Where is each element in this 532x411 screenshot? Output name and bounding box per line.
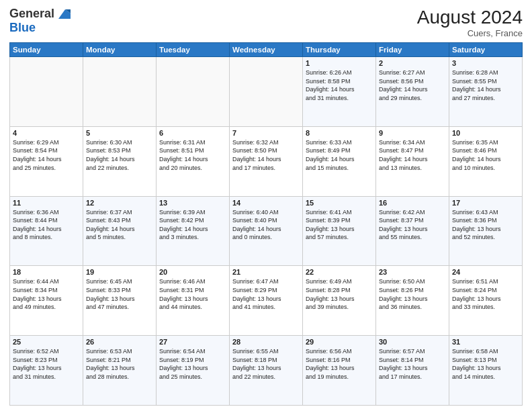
day-number: 7 xyxy=(232,129,300,137)
day-info: Sunrise: 6:57 AM Sunset: 8:14 PM Dayligh… xyxy=(379,347,446,381)
calendar-week-5: 25Sunrise: 6:52 AM Sunset: 8:23 PM Dayli… xyxy=(10,336,523,406)
calendar-cell xyxy=(10,57,83,127)
month-year: August 2024 xyxy=(417,7,523,28)
calendar-cell: 30Sunrise: 6:57 AM Sunset: 8:14 PM Dayli… xyxy=(376,336,449,406)
calendar-cell: 29Sunrise: 6:56 AM Sunset: 8:16 PM Dayli… xyxy=(303,336,376,406)
calendar-header: SundayMondayTuesdayWednesdayThursdayFrid… xyxy=(10,43,523,57)
day-info: Sunrise: 6:44 AM Sunset: 8:34 PM Dayligh… xyxy=(13,277,80,311)
calendar-body: 1Sunrise: 6:26 AM Sunset: 8:58 PM Daylig… xyxy=(10,57,523,406)
calendar-cell xyxy=(157,57,230,127)
page: General Blue August 2024 Cuers, France S… xyxy=(0,0,532,411)
calendar-cell: 9Sunrise: 6:34 AM Sunset: 8:47 PM Daylig… xyxy=(376,126,449,196)
day-info: Sunrise: 6:56 AM Sunset: 8:16 PM Dayligh… xyxy=(306,347,373,381)
day-info: Sunrise: 6:54 AM Sunset: 8:19 PM Dayligh… xyxy=(159,347,226,381)
day-info: Sunrise: 6:49 AM Sunset: 8:28 PM Dayligh… xyxy=(306,277,373,311)
day-info: Sunrise: 6:42 AM Sunset: 8:37 PM Dayligh… xyxy=(379,208,446,242)
calendar-cell: 26Sunrise: 6:53 AM Sunset: 8:21 PM Dayli… xyxy=(83,336,157,406)
day-info: Sunrise: 6:55 AM Sunset: 8:18 PM Dayligh… xyxy=(232,347,300,381)
logo: General Blue xyxy=(9,7,71,35)
calendar-table: SundayMondayTuesdayWednesdayThursdayFrid… xyxy=(9,42,523,406)
calendar-cell: 10Sunrise: 6:35 AM Sunset: 8:46 PM Dayli… xyxy=(449,126,523,196)
logo-general: General xyxy=(9,7,54,21)
day-number: 19 xyxy=(86,268,153,276)
header: General Blue August 2024 Cuers, France xyxy=(9,7,523,38)
day-number: 26 xyxy=(86,338,153,346)
calendar-cell: 3Sunrise: 6:28 AM Sunset: 8:55 PM Daylig… xyxy=(449,57,523,127)
day-number: 11 xyxy=(13,199,80,207)
day-number: 10 xyxy=(452,129,519,137)
day-info: Sunrise: 6:26 AM Sunset: 8:58 PM Dayligh… xyxy=(306,68,373,102)
calendar-week-2: 4Sunrise: 6:29 AM Sunset: 8:54 PM Daylig… xyxy=(10,126,523,196)
day-number: 29 xyxy=(306,338,373,346)
calendar-cell: 5Sunrise: 6:30 AM Sunset: 8:53 PM Daylig… xyxy=(83,126,157,196)
day-info: Sunrise: 6:45 AM Sunset: 8:33 PM Dayligh… xyxy=(86,277,153,311)
calendar-cell: 31Sunrise: 6:58 AM Sunset: 8:13 PM Dayli… xyxy=(449,336,523,406)
weekday-header-monday: Monday xyxy=(83,43,157,57)
day-number: 21 xyxy=(232,268,300,276)
day-number: 5 xyxy=(86,129,153,137)
calendar-cell: 19Sunrise: 6:45 AM Sunset: 8:33 PM Dayli… xyxy=(83,266,157,336)
day-info: Sunrise: 6:47 AM Sunset: 8:29 PM Dayligh… xyxy=(232,277,300,311)
calendar-cell: 23Sunrise: 6:50 AM Sunset: 8:26 PM Dayli… xyxy=(376,266,449,336)
day-number: 30 xyxy=(379,338,446,346)
calendar-cell xyxy=(83,57,157,127)
weekday-header-friday: Friday xyxy=(376,43,449,57)
weekday-header-tuesday: Tuesday xyxy=(157,43,230,57)
calendar-cell: 11Sunrise: 6:36 AM Sunset: 8:44 PM Dayli… xyxy=(10,196,83,266)
weekday-row: SundayMondayTuesdayWednesdayThursdayFrid… xyxy=(10,43,523,57)
weekday-header-saturday: Saturday xyxy=(449,43,523,57)
day-number: 22 xyxy=(306,268,373,276)
calendar-cell: 17Sunrise: 6:43 AM Sunset: 8:36 PM Dayli… xyxy=(449,196,523,266)
day-info: Sunrise: 6:39 AM Sunset: 8:42 PM Dayligh… xyxy=(159,208,226,242)
day-number: 31 xyxy=(452,338,519,346)
calendar-cell: 13Sunrise: 6:39 AM Sunset: 8:42 PM Dayli… xyxy=(157,196,230,266)
day-number: 24 xyxy=(452,268,519,276)
calendar-cell: 15Sunrise: 6:41 AM Sunset: 8:39 PM Dayli… xyxy=(303,196,376,266)
weekday-header-wednesday: Wednesday xyxy=(230,43,303,57)
calendar-cell: 18Sunrise: 6:44 AM Sunset: 8:34 PM Dayli… xyxy=(10,266,83,336)
day-info: Sunrise: 6:28 AM Sunset: 8:55 PM Dayligh… xyxy=(452,68,519,102)
calendar-cell: 25Sunrise: 6:52 AM Sunset: 8:23 PM Dayli… xyxy=(10,336,83,406)
calendar-week-1: 1Sunrise: 6:26 AM Sunset: 8:58 PM Daylig… xyxy=(10,57,523,127)
logo-icon xyxy=(56,7,71,21)
calendar-cell: 16Sunrise: 6:42 AM Sunset: 8:37 PM Dayli… xyxy=(376,196,449,266)
day-number: 15 xyxy=(306,199,373,207)
day-info: Sunrise: 6:34 AM Sunset: 8:47 PM Dayligh… xyxy=(379,138,446,172)
day-number: 4 xyxy=(13,129,80,137)
day-number: 27 xyxy=(159,338,226,346)
calendar-cell: 2Sunrise: 6:27 AM Sunset: 8:56 PM Daylig… xyxy=(376,57,449,127)
day-number: 9 xyxy=(379,129,446,137)
day-info: Sunrise: 6:37 AM Sunset: 8:43 PM Dayligh… xyxy=(86,208,153,242)
calendar-cell: 8Sunrise: 6:33 AM Sunset: 8:49 PM Daylig… xyxy=(303,126,376,196)
day-info: Sunrise: 6:31 AM Sunset: 8:51 PM Dayligh… xyxy=(159,138,226,172)
day-info: Sunrise: 6:29 AM Sunset: 8:54 PM Dayligh… xyxy=(13,138,80,172)
day-info: Sunrise: 6:35 AM Sunset: 8:46 PM Dayligh… xyxy=(452,138,519,172)
day-info: Sunrise: 6:51 AM Sunset: 8:24 PM Dayligh… xyxy=(452,277,519,311)
day-info: Sunrise: 6:27 AM Sunset: 8:56 PM Dayligh… xyxy=(379,68,446,102)
weekday-header-sunday: Sunday xyxy=(10,43,83,57)
day-number: 1 xyxy=(306,59,373,67)
calendar-week-4: 18Sunrise: 6:44 AM Sunset: 8:34 PM Dayli… xyxy=(10,266,523,336)
day-info: Sunrise: 6:30 AM Sunset: 8:53 PM Dayligh… xyxy=(86,138,153,172)
calendar-cell: 22Sunrise: 6:49 AM Sunset: 8:28 PM Dayli… xyxy=(303,266,376,336)
calendar-cell: 7Sunrise: 6:32 AM Sunset: 8:50 PM Daylig… xyxy=(230,126,303,196)
day-number: 18 xyxy=(13,268,80,276)
location: Cuers, France xyxy=(417,28,523,38)
day-number: 20 xyxy=(159,268,226,276)
day-info: Sunrise: 6:36 AM Sunset: 8:44 PM Dayligh… xyxy=(13,208,80,242)
calendar-cell: 1Sunrise: 6:26 AM Sunset: 8:58 PM Daylig… xyxy=(303,57,376,127)
logo-blue: Blue xyxy=(9,21,36,34)
calendar-cell: 20Sunrise: 6:46 AM Sunset: 8:31 PM Dayli… xyxy=(157,266,230,336)
title-block: August 2024 Cuers, France xyxy=(417,7,523,38)
calendar-cell: 14Sunrise: 6:40 AM Sunset: 8:40 PM Dayli… xyxy=(230,196,303,266)
day-info: Sunrise: 6:33 AM Sunset: 8:49 PM Dayligh… xyxy=(306,138,373,172)
calendar-cell: 6Sunrise: 6:31 AM Sunset: 8:51 PM Daylig… xyxy=(157,126,230,196)
calendar-cell: 27Sunrise: 6:54 AM Sunset: 8:19 PM Dayli… xyxy=(157,336,230,406)
calendar-cell: 28Sunrise: 6:55 AM Sunset: 8:18 PM Dayli… xyxy=(230,336,303,406)
day-number: 17 xyxy=(452,199,519,207)
day-info: Sunrise: 6:43 AM Sunset: 8:36 PM Dayligh… xyxy=(452,208,519,242)
calendar-cell: 4Sunrise: 6:29 AM Sunset: 8:54 PM Daylig… xyxy=(10,126,83,196)
day-number: 12 xyxy=(86,199,153,207)
calendar-cell: 21Sunrise: 6:47 AM Sunset: 8:29 PM Dayli… xyxy=(230,266,303,336)
day-info: Sunrise: 6:58 AM Sunset: 8:13 PM Dayligh… xyxy=(452,347,519,381)
